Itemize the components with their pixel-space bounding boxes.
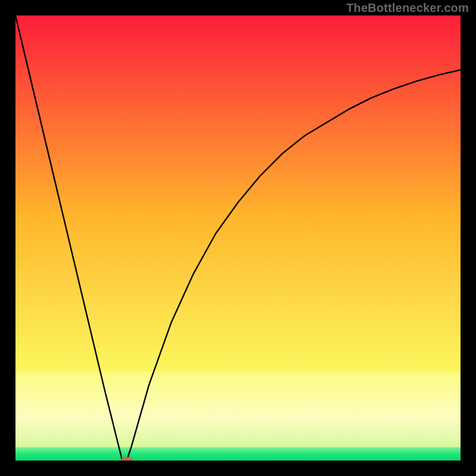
chart-frame: TheBottlenecker.com [0, 0, 476, 476]
transition-band [15, 371, 461, 447]
optimal-band [15, 447, 461, 461]
optimal-marker [121, 457, 132, 461]
plot-area [15, 15, 461, 461]
bottleneck-chart [15, 15, 461, 461]
attribution-text: TheBottlenecker.com [346, 1, 469, 15]
